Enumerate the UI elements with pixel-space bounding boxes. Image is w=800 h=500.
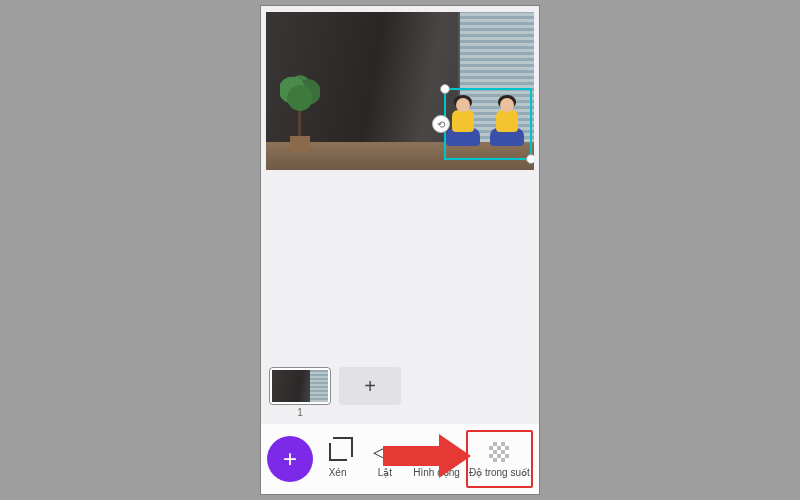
page-thumb-1[interactable]: 1 (269, 367, 331, 418)
crop-label: Xén (329, 467, 347, 478)
design-canvas[interactable]: ⟲ (266, 12, 534, 170)
plus-icon: + (364, 375, 376, 398)
flip-icon: ◁▷ (373, 441, 397, 463)
page-thumb-1-label: 1 (269, 407, 331, 418)
add-page-button[interactable]: + (339, 367, 401, 405)
rotate-icon: ⟲ (437, 119, 445, 130)
canvas-area: ⟲ (261, 6, 539, 170)
plant-leaves (280, 74, 320, 114)
selection-box[interactable]: ⟲ (444, 88, 532, 160)
transparency-label: Độ trong suốt (469, 467, 530, 478)
resize-handle-tl[interactable] (440, 84, 450, 94)
page-thumb-1-preview[interactable] (269, 367, 331, 405)
app-screen: ⟲ 1 + + Xén ◁▷ Lật Hình độn (260, 5, 540, 495)
bottom-toolbar: + Xén ◁▷ Lật Hình động Độ trong suốt (261, 424, 539, 494)
plus-icon: + (283, 445, 297, 473)
crop-tool[interactable]: Xén (315, 430, 360, 488)
page-thumbnails: 1 + (261, 367, 539, 424)
transparency-icon (489, 441, 509, 463)
transparency-tool[interactable]: Độ trong suốt (466, 430, 533, 488)
flip-tool[interactable]: ◁▷ Lật (362, 430, 407, 488)
animate-label: Hình động (413, 467, 460, 478)
crop-icon (329, 441, 347, 463)
rotate-handle[interactable]: ⟲ (432, 115, 450, 133)
canvas-empty-space (261, 170, 539, 367)
animate-tool[interactable]: Hình động (409, 430, 463, 488)
resize-handle-br[interactable] (526, 154, 534, 164)
add-element-button[interactable]: + (267, 436, 313, 482)
flip-label: Lật (378, 467, 392, 478)
plant-pot (290, 136, 310, 152)
